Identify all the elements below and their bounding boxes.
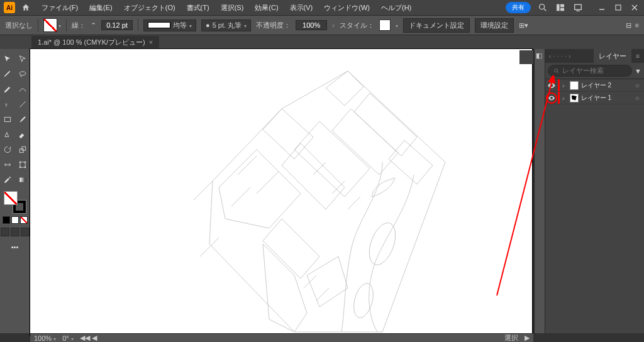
svg-point-18 [19, 162, 21, 163]
eraser-tool[interactable] [16, 128, 30, 141]
opacity-chevron[interactable]: › [332, 21, 335, 29]
menu-file[interactable]: ファイル(F) [36, 3, 83, 13]
color-mode-solid[interactable] [3, 216, 10, 224]
search-icon[interactable] [537, 2, 548, 13]
shaper-tool[interactable] [1, 128, 14, 141]
layer-row[interactable]: › レイヤー 2 ○ [545, 79, 644, 92]
window-close-icon[interactable] [629, 2, 640, 13]
edit-toolbar-icon[interactable]: ••• [8, 240, 22, 254]
canvas-area[interactable] [30, 49, 535, 333]
opacity-label: 不透明度： [256, 21, 291, 30]
align-icon[interactable]: ⊞▾ [519, 21, 528, 30]
type-tool[interactable]: T [1, 97, 14, 111]
app-icon[interactable]: Ai [4, 2, 15, 13]
window-minimize-icon[interactable] [596, 2, 608, 13]
menu-view[interactable]: 表示(V) [285, 3, 318, 13]
stroke-width-input[interactable]: 0.12 pt [101, 20, 133, 30]
fill-swatch[interactable] [43, 18, 57, 32]
status-nav-right[interactable]: ▶ [525, 334, 530, 342]
menu-effect[interactable]: 効果(C) [250, 3, 283, 13]
menu-object[interactable]: オブジェクト(O) [119, 3, 180, 13]
menu-window[interactable]: ウィンドウ(W) [319, 3, 375, 13]
layer-search-input[interactable]: レイヤー検索 [548, 65, 632, 77]
home-icon[interactable] [20, 2, 31, 13]
highlighted-visibility-icon[interactable] [546, 92, 557, 104]
fill-stroke-swatches[interactable] [43, 18, 61, 32]
document-tab-label: 1.ai* @ 100 % (CMYK/プレビュー) [38, 38, 145, 47]
panel-tab-hidden[interactable]: ‹ · · · · › [545, 49, 594, 63]
visibility-toggle[interactable] [545, 92, 558, 104]
options-menu-icon[interactable]: ≡ [635, 21, 639, 29]
width-tool[interactable] [1, 158, 14, 172]
color-mode-gradient[interactable] [11, 216, 19, 224]
dock-panel-icon[interactable]: ◧ [536, 52, 543, 59]
graphic-style-swatch[interactable] [379, 19, 391, 31]
svg-point-21 [25, 167, 26, 168]
stroke-decrement[interactable]: ⌃ [91, 21, 96, 30]
chevron-down-icon[interactable] [396, 21, 398, 29]
draw-normal-icon[interactable] [1, 228, 9, 236]
preferences-button[interactable]: 環境設定 [475, 18, 514, 33]
filter-icon[interactable]: ▼ [635, 67, 641, 75]
fill-color[interactable] [4, 191, 18, 205]
separator [38, 19, 38, 31]
toolbox: T [0, 49, 30, 333]
zoom-control[interactable]: 100% [34, 334, 56, 342]
main-area: T [0, 49, 644, 333]
svg-rect-4 [560, 8, 564, 11]
close-tab-icon[interactable]: × [149, 38, 153, 46]
chevron-down-icon[interactable] [58, 21, 61, 29]
pen-tool[interactable] [1, 82, 14, 96]
window-maximize-icon[interactable] [613, 2, 624, 13]
selection-tool[interactable] [1, 52, 14, 66]
arrange-docs-icon[interactable] [555, 2, 566, 13]
opacity-input[interactable]: 100% [296, 20, 327, 30]
expand-layer-icon[interactable]: › [560, 94, 567, 102]
rotate-view-control[interactable]: 0° [62, 334, 74, 342]
menu-edit[interactable]: 編集(E) [84, 3, 118, 13]
stroke-label: 線： [72, 21, 86, 30]
direct-selection-tool[interactable] [16, 52, 30, 66]
workspace-icon[interactable] [572, 2, 584, 13]
rectangle-tool[interactable] [1, 113, 14, 126]
paintbrush-tool[interactable] [16, 113, 30, 126]
scale-tool[interactable] [16, 143, 30, 157]
color-mode-none[interactable] [20, 216, 28, 224]
properties-panel-toggle[interactable] [519, 50, 533, 64]
layers-tab[interactable]: レイヤー [594, 49, 631, 63]
panel-menu-icon[interactable]: ≡ [631, 49, 644, 63]
rotate-tool[interactable] [1, 143, 14, 157]
layer-name[interactable]: レイヤー 2 [581, 81, 635, 90]
menu-help[interactable]: ヘルプ(H) [376, 3, 416, 13]
menu-type[interactable]: 書式(T) [182, 3, 214, 13]
artboard[interactable] [30, 49, 532, 336]
document-tab[interactable]: 1.ai* @ 100 % (CMYK/プレビュー) × [31, 36, 159, 49]
svg-rect-17 [19, 162, 25, 167]
visibility-toggle[interactable] [545, 81, 558, 90]
options-collapse-icon[interactable]: ⊟ [626, 21, 631, 30]
curvature-tool[interactable] [16, 82, 30, 96]
stroke-profile-dropdown[interactable]: 均等 [143, 19, 196, 31]
search-icon [553, 68, 560, 74]
free-transform-tool[interactable] [16, 158, 30, 172]
draw-inside-icon[interactable] [21, 228, 30, 236]
artboard-nav[interactable]: ◀◀ ◀ [80, 334, 97, 342]
magic-wand-tool[interactable] [1, 67, 14, 81]
fill-stroke-control[interactable] [4, 191, 26, 214]
draw-behind-icon[interactable] [11, 228, 19, 236]
gradient-tool[interactable] [16, 173, 30, 187]
line-tool[interactable] [16, 97, 30, 111]
menu-select[interactable]: 選択(S) [216, 3, 249, 13]
share-button[interactable]: 共有 [506, 2, 531, 13]
layer-name[interactable]: レイヤー 1 [581, 94, 635, 102]
target-icon[interactable]: ○ [635, 94, 644, 102]
lasso-tool[interactable] [16, 67, 30, 81]
menu-bar: Ai ファイル(F) 編集(E) オブジェクト(O) 書式(T) 選択(S) 効… [0, 0, 644, 15]
brush-dropdown[interactable]: ●5 pt. 丸筆 [201, 19, 251, 31]
svg-point-11 [19, 72, 25, 75]
layer-row[interactable]: › レイヤー 1 ○ [545, 92, 644, 104]
target-icon[interactable]: ○ [635, 82, 644, 89]
eyedropper-tool[interactable] [1, 173, 14, 187]
document-setup-button[interactable]: ドキュメント設定 [403, 18, 470, 33]
expand-layer-icon[interactable]: › [560, 82, 567, 89]
